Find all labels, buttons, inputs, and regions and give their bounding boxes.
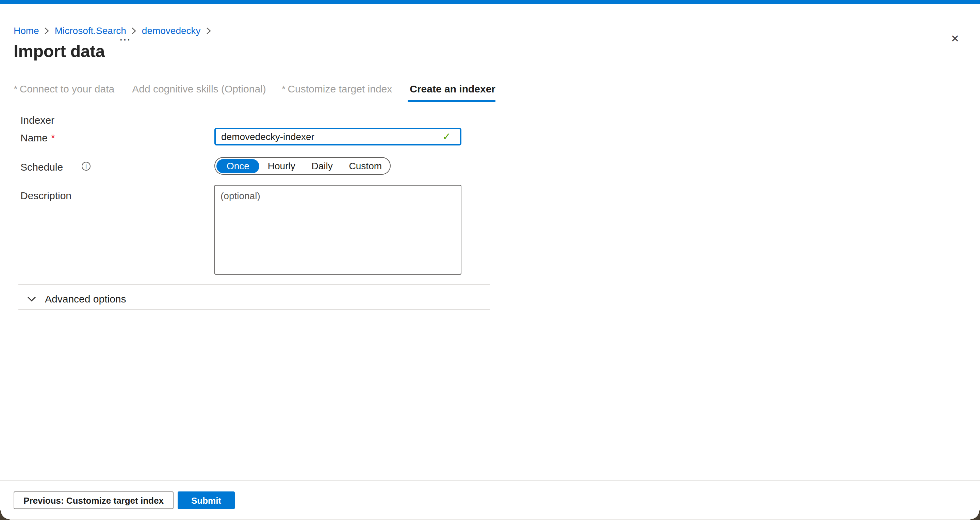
schedule-option-daily[interactable]: Daily (312, 160, 333, 171)
required-asterisk: * (51, 132, 55, 143)
previous-step-button[interactable]: Previous: Customize target index (14, 491, 173, 509)
advanced-options-toggle[interactable]: Advanced options (26, 292, 127, 306)
tab-connect-to-your-data[interactable]: *Connect to your data (14, 83, 115, 102)
schedule-label: Schedule (21, 161, 63, 173)
window-corner-decoration (970, 510, 980, 520)
schedule-option-custom[interactable]: Custom (349, 160, 382, 171)
schedule-options: Hourly Daily Custom (259, 160, 390, 171)
required-star: * (14, 83, 18, 95)
breadcrumb-link-demovedecky[interactable]: demovedecky (142, 25, 201, 36)
page-title: Import data (14, 41, 105, 61)
description-textarea[interactable] (215, 185, 461, 274)
tab-label: Add cognitive skills (Optional) (132, 83, 266, 95)
valid-check-icon: ✓ (442, 130, 451, 143)
name-label: Name* (21, 132, 55, 143)
name-label-text: Name (21, 132, 48, 143)
tab-label: Create an indexer (410, 83, 495, 95)
import-data-page: Home Microsoft.Search demovedecky Import… (0, 0, 980, 520)
indexer-section-label: Indexer (21, 114, 54, 126)
schedule-segmented-control: Once Hourly Daily Custom (215, 157, 391, 175)
chevron-right-icon (45, 27, 49, 34)
divider (18, 309, 490, 310)
tab-create-an-indexer[interactable]: Create an indexer (408, 83, 495, 102)
tab-customize-target-index[interactable]: *Customize target index (282, 83, 392, 102)
close-icon[interactable]: ✕ (948, 31, 962, 46)
info-icon[interactable]: i (82, 162, 91, 171)
tab-label: Connect to your data (20, 83, 115, 95)
breadcrumb-link-microsoft-search[interactable]: Microsoft.Search (55, 25, 126, 36)
window-corner-decoration (0, 510, 10, 520)
chevron-right-icon (206, 27, 211, 34)
chevron-down-icon (27, 296, 36, 301)
wizard-tabs: *Connect to your data Add cognitive skil… (14, 83, 495, 102)
name-input[interactable] (215, 128, 461, 146)
schedule-option-hourly[interactable]: Hourly (268, 160, 295, 171)
tab-add-cognitive-skills[interactable]: Add cognitive skills (Optional) (130, 83, 266, 102)
submit-button[interactable]: Submit (178, 491, 235, 509)
top-accent-bar (0, 0, 980, 4)
breadcrumb: Home Microsoft.Search demovedecky (14, 25, 211, 36)
footer-divider (0, 480, 980, 480)
tab-label: Customize target index (288, 83, 392, 95)
more-actions-icon[interactable]: ⋯ (116, 31, 134, 48)
description-label: Description (21, 190, 72, 201)
breadcrumb-link-home[interactable]: Home (14, 25, 39, 36)
required-star: * (282, 83, 286, 95)
divider (18, 284, 490, 285)
advanced-options-label: Advanced options (45, 293, 126, 304)
schedule-option-once[interactable]: Once (216, 159, 259, 173)
